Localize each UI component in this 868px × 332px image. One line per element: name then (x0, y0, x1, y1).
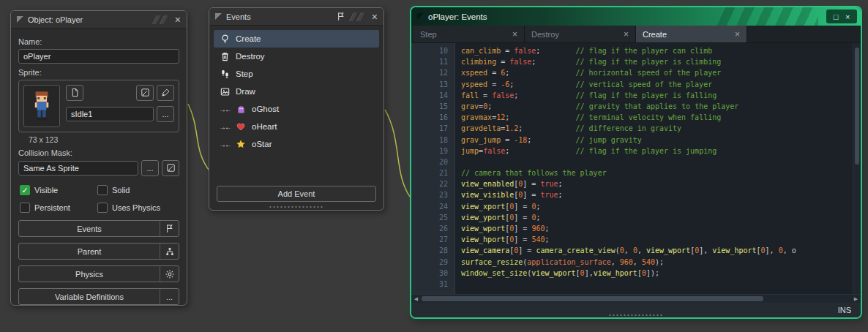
events-panel-title: Events (226, 12, 251, 21)
code-text: gravmax=12; // terminal velocity when fa… (455, 112, 721, 123)
code-line[interactable]: 23view_visible[0] = true; (411, 189, 852, 200)
checkbox-box[interactable] (97, 185, 108, 195)
scrollbar-thumb[interactable] (422, 296, 763, 301)
checkbox-persistent[interactable]: Persistent (20, 203, 97, 213)
code-window-titlebar[interactable]: oPlayer: Events □ × (411, 7, 861, 26)
sprite-thumbnail[interactable] (23, 85, 60, 127)
sprite-section: sIdle1 ... (18, 80, 179, 132)
add-event-button[interactable]: Add Event (217, 186, 376, 202)
code-line[interactable]: 21// camera that follows the player (411, 167, 852, 178)
flag-icon (160, 221, 179, 236)
code-line[interactable]: 22view_enabled[0] = true; (411, 178, 852, 189)
line-number: 27 (411, 234, 455, 245)
object-panel-titlebar[interactable]: Object: oPlayer × (11, 11, 187, 29)
parent-icon (160, 244, 179, 259)
heart-icon (235, 121, 247, 132)
tab-close-icon[interactable]: × (624, 29, 629, 39)
insert-mode-indicator: INS (838, 306, 851, 314)
resize-grip[interactable] (269, 205, 324, 208)
tab-step[interactable]: Step× (414, 26, 525, 42)
code-line[interactable]: 29surface_resize(application_surface, 96… (411, 257, 852, 268)
edit-sprite-button[interactable] (157, 85, 174, 101)
horizontal-scrollbar[interactable]: ◀ ▶ (411, 294, 861, 303)
event-item-draw[interactable]: Draw (214, 83, 379, 100)
object-panel-title: Object: oPlayer (28, 15, 83, 24)
close-icon[interactable]: × (372, 12, 378, 22)
button-label: Physics (19, 270, 160, 279)
code-line[interactable]: 14fall = false; // flag if the player is… (411, 90, 852, 101)
parent-button[interactable]: Parent (18, 243, 179, 260)
close-icon[interactable]: × (175, 15, 181, 25)
line-number: 23 (411, 189, 455, 200)
code-line[interactable]: 24view_xport[0] = 0; (411, 201, 852, 212)
scrollbar-thumb[interactable] (855, 48, 859, 165)
code-line[interactable]: 17gravdelta=1.2; // difference in gravit… (411, 123, 852, 134)
event-item-destroy[interactable]: Destroy (214, 48, 379, 65)
event-item-create[interactable]: Create (214, 30, 379, 48)
events-list: CreateDestroyStepDraw→←oGhost→←oHeart→←o… (209, 26, 384, 153)
code-line[interactable]: 12xspeed = 6; // horizontal speed of the… (411, 67, 852, 78)
checkbox-solid[interactable]: Solid (97, 185, 178, 195)
checkbox-label: Visible (34, 186, 58, 195)
code-line[interactable]: 11climbing = false; // flag if the playe… (411, 56, 852, 67)
variable-definitions-button[interactable]: Variable Definitions... (18, 288, 179, 305)
scroll-left-icon[interactable]: ◀ (411, 296, 421, 302)
code-line[interactable]: 13yspeed = -6; // vertical speed of the … (411, 79, 852, 90)
checkbox-box[interactable]: ✓ (20, 185, 30, 195)
events-button[interactable]: Events (18, 220, 179, 237)
checkbox-visible[interactable]: ✓Visible (20, 185, 97, 195)
code-line[interactable]: 28view_camera[0] = camera_create_view(0,… (411, 245, 852, 256)
code-line[interactable]: 27view_hport[0] = 540; (411, 234, 852, 245)
code-line[interactable]: 26view_wport[0] = 960; (411, 223, 852, 234)
tab-close-icon[interactable]: × (735, 29, 740, 39)
code-line[interactable]: 20 (411, 156, 852, 167)
line-number: 21 (411, 167, 455, 178)
create-event-icon (219, 33, 231, 45)
checkbox-box[interactable] (97, 203, 108, 213)
event-item-step[interactable]: Step (214, 65, 379, 83)
vertical-scrollbar[interactable] (853, 43, 861, 294)
new-sprite-button[interactable] (66, 85, 83, 101)
code-line[interactable]: 31 (411, 279, 852, 290)
code-text: climbing = false; // flag if the player … (455, 56, 721, 67)
tab-destroy[interactable]: Destroy× (525, 26, 636, 42)
sprite-browse-button[interactable]: ... (157, 106, 174, 122)
code-line[interactable]: 25view_yport[0] = 0; (411, 212, 852, 223)
line-number: 25 (411, 212, 455, 223)
code-editor[interactable]: 10can_climb = false; // flag if the play… (411, 43, 861, 294)
edit-mask-button[interactable] (162, 160, 179, 176)
event-item-oghost[interactable]: →←oGhost (214, 100, 379, 118)
checkbox-box[interactable] (20, 203, 30, 213)
events-panel-titlebar[interactable]: Events × (209, 8, 384, 26)
sprite-name-field[interactable]: sIdle1 (66, 107, 154, 121)
code-line[interactable]: 19jump=false; // flag if the player is j… (411, 146, 852, 156)
close-icon[interactable]: × (845, 12, 850, 21)
code-text: view_hport[0] = 540; (455, 234, 549, 245)
resize-grip[interactable] (608, 314, 664, 317)
collision-browse-button[interactable]: ... (141, 160, 159, 176)
checkbox-uses-physics[interactable]: Uses Physics (97, 203, 178, 213)
event-item-ostar[interactable]: →←oStar (214, 135, 379, 153)
maximize-icon[interactable]: □ (834, 12, 839, 21)
code-line[interactable]: 16gravmax=12; // terminal velocity when … (411, 112, 852, 123)
name-input[interactable]: oPlayer (18, 49, 179, 64)
page-icon (70, 88, 80, 99)
code-lines: 10can_climb = false; // flag if the play… (411, 45, 852, 290)
scroll-right-icon[interactable]: ▶ (851, 296, 861, 302)
tab-create[interactable]: Create× (636, 26, 747, 42)
line-number: 31 (411, 279, 455, 290)
code-text: window_set_size(view_wport[0],view_hport… (455, 268, 659, 279)
physics-button[interactable]: Physics (18, 265, 179, 282)
code-line[interactable]: 18grav_jump = -18; // jump gravity (411, 135, 852, 146)
code-line[interactable]: 30window_set_size(view_wport[0],view_hpo… (411, 268, 852, 279)
code-line[interactable]: 15grav=0; // gravity that applies to the… (411, 101, 852, 112)
collision-mask-field[interactable]: Same As Sprite (18, 161, 138, 176)
code-line[interactable]: 10can_climb = false; // flag if the play… (411, 45, 852, 56)
edit-image-button[interactable] (136, 85, 154, 101)
code-text: fall = false; // flag if the player is f… (455, 90, 717, 101)
collision-mask-label: Collision Mask: (18, 148, 179, 157)
event-item-oheart[interactable]: →←oHeart (214, 118, 379, 135)
tab-close-icon[interactable]: × (512, 29, 517, 39)
line-number: 14 (411, 90, 455, 101)
titlebar-decoration (351, 12, 364, 21)
